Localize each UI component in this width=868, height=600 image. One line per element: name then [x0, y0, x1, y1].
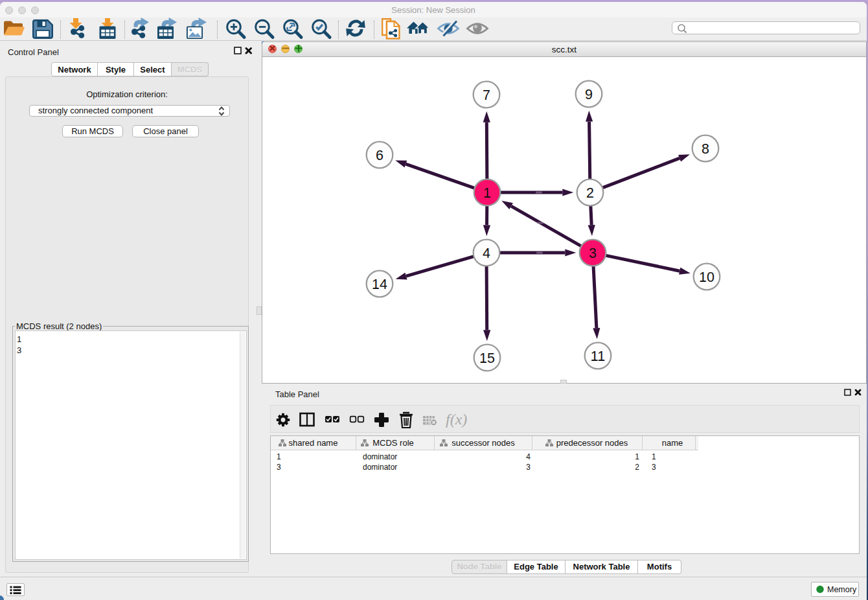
svg-text:Memory: Memory — [827, 585, 857, 594]
svg-text:f(x): f(x) — [446, 411, 467, 428]
svg-text:3: 3 — [589, 246, 597, 261]
svg-text:6: 6 — [376, 148, 383, 163]
svg-text:8: 8 — [702, 141, 709, 157]
svg-text:11: 11 — [591, 349, 605, 364]
svg-text:4: 4 — [483, 246, 490, 261]
svg-text:10: 10 — [699, 270, 714, 285]
svg-text:15: 15 — [479, 351, 495, 366]
svg-text:14: 14 — [372, 277, 387, 292]
svg-text:7: 7 — [483, 87, 490, 103]
svg-text:9: 9 — [585, 87, 593, 102]
svg-text:2: 2 — [586, 185, 594, 201]
svg-text:1: 1 — [483, 185, 491, 201]
